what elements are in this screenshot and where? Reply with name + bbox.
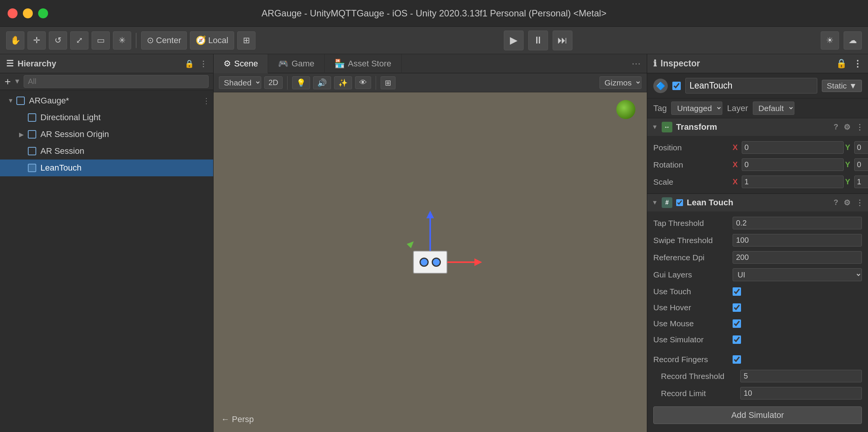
lock-icon[interactable]: 🔒	[185, 59, 194, 68]
scale-y-input[interactable]	[854, 176, 868, 188]
reference-dpi-row: Reference Dpi	[647, 249, 868, 266]
rotation-y-item: Y	[845, 158, 868, 171]
hierarchy-item-argauge[interactable]: ▼ ARGauge* ⋮	[0, 92, 213, 109]
axis-y-tip	[426, 211, 434, 218]
hierarchy-item-directional-light[interactable]: ▷ Directional Light	[0, 109, 213, 126]
scene-vis-button[interactable]: 👁	[355, 76, 371, 89]
tab-game[interactable]: 🎮 Game	[268, 54, 325, 73]
reference-dpi-input[interactable]	[733, 251, 862, 264]
pause-button[interactable]: ⏸	[528, 31, 548, 50]
viewport-toolbar: Shaded 2D 💡 🔊 ✨ 👁 ⊞ Gizmos	[214, 73, 647, 92]
help-icon[interactable]: ?	[834, 123, 838, 132]
more-icon[interactable]: ⋮	[199, 59, 207, 68]
expand-arrow: ▼	[8, 97, 15, 104]
scale-y-item: Y	[845, 176, 868, 188]
rotation-label: Rotation	[653, 160, 730, 169]
layers-button[interactable]: ☀	[821, 31, 839, 50]
use-touch-row: Use Touch	[647, 284, 868, 300]
rotation-y-input[interactable]	[854, 158, 868, 171]
scale-x-input[interactable]	[742, 176, 844, 188]
hierarchy-search-input[interactable]	[24, 75, 209, 88]
position-y-input[interactable]	[854, 141, 868, 154]
position-x-input[interactable]	[742, 141, 844, 154]
gui-layers-row: Gui Layers UI	[647, 266, 868, 284]
local-button[interactable]: 🧭 Local	[190, 31, 234, 50]
object-name-input[interactable]	[685, 78, 817, 93]
help-icon[interactable]: ?	[834, 198, 838, 207]
leantouch-icon	[27, 163, 37, 173]
use-simulator-checkbox[interactable]	[733, 335, 741, 344]
more-icon[interactable]: ⋮	[856, 198, 863, 207]
audio-button[interactable]: 🔊	[313, 76, 331, 89]
center-label: Center	[156, 35, 181, 45]
effects-button[interactable]: ✨	[334, 76, 352, 89]
swipe-threshold-input[interactable]	[733, 234, 862, 247]
game-tab-label: Game	[291, 59, 314, 69]
play-button[interactable]: ▶	[504, 31, 524, 50]
transform-component: ▼ ↔ Transform ? ⚙ ⋮ Position X	[647, 118, 868, 194]
static-select[interactable]: Static ▼	[822, 80, 862, 92]
tag-select[interactable]: Untagged	[671, 102, 722, 115]
gui-layers-select[interactable]: UI	[733, 268, 862, 281]
scene-tab-label: Scene	[234, 59, 258, 69]
transform-header[interactable]: ▼ ↔ Transform ? ⚙ ⋮	[647, 118, 868, 136]
title-bar: ARGauge - UnityMQTTGauge - iOS - Unity 2…	[0, 0, 868, 27]
lock-icon[interactable]: 🔒	[836, 58, 847, 69]
hierarchy-list: ▼ ARGauge* ⋮ ▷ Directional Light ▶	[0, 90, 213, 432]
record-threshold-input[interactable]	[740, 370, 862, 382]
hierarchy-item-ar-session[interactable]: ▷ AR Session	[0, 143, 213, 160]
layer-select[interactable]: Default	[753, 102, 794, 115]
rect-tool-button[interactable]: ▭	[92, 31, 110, 50]
hierarchy-item-ar-session-origin[interactable]: ▶ AR Session Origin	[0, 126, 213, 143]
use-hover-checkbox[interactable]	[733, 303, 741, 312]
hand-tool-button[interactable]: ✋	[6, 31, 24, 50]
use-mouse-checkbox[interactable]	[733, 319, 741, 328]
use-touch-checkbox[interactable]	[733, 287, 741, 296]
scale-label: Scale	[653, 177, 730, 187]
viewport-tabs-more[interactable]: ⋯	[625, 54, 647, 73]
lighting-button[interactable]: 💡	[292, 76, 310, 89]
tab-asset-store[interactable]: 🏪 Asset Store	[325, 54, 402, 73]
more-icon[interactable]: ⋮	[856, 123, 863, 132]
lean-touch-icon: #	[662, 197, 672, 208]
2d-button[interactable]: 2D	[264, 76, 283, 89]
viewport-canvas[interactable]: ← Persp	[214, 92, 647, 432]
lean-touch-chevron: ▼	[652, 199, 658, 206]
minimize-button[interactable]	[23, 8, 33, 18]
object-active-checkbox[interactable]	[672, 82, 681, 90]
step-button[interactable]: ⏭	[553, 31, 572, 50]
lean-touch-enable-checkbox[interactable]	[676, 199, 683, 206]
more-icon[interactable]: ⋮	[853, 58, 862, 69]
add-simulator-button[interactable]: Add Simulator	[653, 406, 862, 424]
rotation-x-input[interactable]	[742, 158, 844, 171]
tab-scene[interactable]: ⚙ Scene	[214, 54, 268, 73]
sy-label: Y	[845, 177, 853, 186]
record-limit-input[interactable]	[740, 387, 862, 400]
close-button[interactable]	[8, 8, 18, 18]
toolbar-center: ▶ ⏸ ⏭	[259, 31, 818, 50]
lean-touch-header[interactable]: ▼ # Lean Touch ? ⚙ ⋮	[647, 194, 868, 211]
gizmos-select[interactable]: Gizmos	[600, 76, 641, 89]
rotate-tool-button[interactable]: ↺	[49, 31, 67, 50]
collab-button[interactable]: ☁	[844, 31, 862, 50]
record-threshold-values	[740, 370, 862, 382]
grid-button[interactable]: ⊞	[381, 76, 395, 89]
item-more-button[interactable]: ⋮	[203, 96, 210, 105]
tap-threshold-input[interactable]	[733, 217, 862, 229]
position-y-item: Y	[845, 141, 868, 154]
use-touch-label: Use Touch	[653, 287, 730, 296]
settings-icon[interactable]: ⚙	[844, 123, 850, 132]
center-button[interactable]: ⊙ Center	[141, 31, 187, 50]
hierarchy-add-button[interactable]: +	[5, 76, 11, 88]
transform-tool-button[interactable]: ✳	[113, 31, 131, 50]
main-layout: ☰ Hierarchy 🔒 ⋮ + ▼ ▼ ARGauge* ⋮ ▷	[0, 54, 868, 432]
move-tool-button[interactable]: ✛	[27, 31, 46, 50]
hierarchy-item-leantouch[interactable]: ▷ LeanTouch	[0, 160, 213, 176]
maximize-button[interactable]	[38, 8, 48, 18]
record-threshold-label: Record Threshold	[653, 372, 737, 381]
scale-tool-button[interactable]: ⤢	[70, 31, 88, 50]
grid-button[interactable]: ⊞	[237, 31, 256, 50]
record-fingers-checkbox[interactable]	[733, 355, 741, 364]
settings-icon[interactable]: ⚙	[844, 198, 850, 207]
shaded-select[interactable]: Shaded	[219, 76, 261, 89]
